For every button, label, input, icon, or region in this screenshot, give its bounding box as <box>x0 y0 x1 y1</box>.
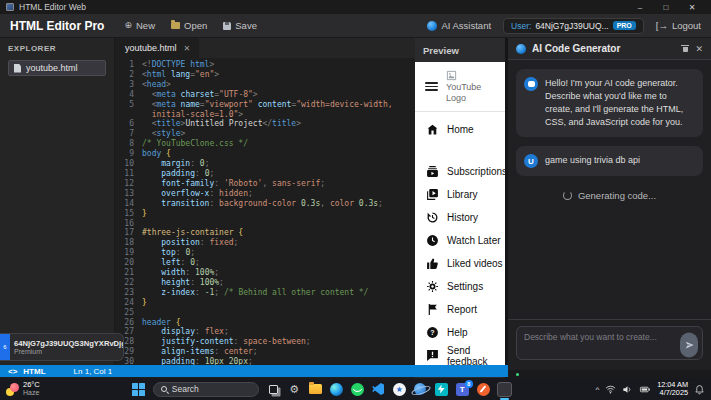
preview-item-subscriptions[interactable]: Subscriptions <box>415 160 505 183</box>
task-view-icon[interactable] <box>265 380 282 398</box>
preview-item-history[interactable]: History <box>415 206 505 229</box>
file-explorer-icon[interactable] <box>307 380 324 398</box>
logo-alt-text: YouTube Logo <box>446 82 490 104</box>
explorer-header: EXPLORER <box>8 44 106 53</box>
ai-assistant-button[interactable]: AI Assistant <box>427 20 491 31</box>
code-line[interactable]: 18 position: fixed; <box>116 238 415 248</box>
ai-panel-close-icon[interactable]: ✕ <box>695 44 703 54</box>
user-avatar: U <box>524 154 538 168</box>
window-title: HTML Editor Web <box>19 2 86 12</box>
logout-icon: [→ <box>656 20 668 31</box>
preview-item-library[interactable]: Library <box>415 183 505 206</box>
code-line[interactable]: 6 <title>Untitled Project</title> <box>116 119 415 129</box>
vscode-icon[interactable] <box>370 380 387 398</box>
code-line[interactable]: 15} <box>116 209 415 219</box>
line-number: 21 <box>116 268 142 278</box>
code-line[interactable]: 28 justify-content: space-between; <box>116 337 415 347</box>
open-button[interactable]: Open <box>171 20 207 31</box>
code-line[interactable]: 17#three-js-container { <box>116 228 415 238</box>
code-line[interactable]: 8/* YouTubeClone.css */ <box>116 139 415 149</box>
code-line[interactable]: 12 font-family: 'Roboto', sans-serif; <box>116 179 415 189</box>
weather-widget[interactable]: 26°C Haze <box>6 381 40 397</box>
language-label[interactable]: HTML <box>23 367 45 376</box>
code-line[interactable]: 23 z-index: -1; /* Behind all other cont… <box>116 288 415 298</box>
code-line[interactable]: 21 width: 100%; <box>116 268 415 278</box>
code-line[interactable]: 10 margin: 0; <box>116 159 415 169</box>
save-button[interactable]: Save <box>223 20 257 31</box>
star-app-icon[interactable]: ★ <box>391 380 408 398</box>
tab-youtube-html[interactable]: youtube.html ✕ <box>116 38 199 58</box>
cursor-position[interactable]: Ln 1, Col 1 <box>74 367 113 376</box>
code-line[interactable]: 16 <box>116 219 415 229</box>
code-line[interactable]: 3<head> <box>116 80 415 90</box>
new-button[interactable]: ⊕ New <box>124 20 155 31</box>
preview-item-send-feedback[interactable]: Send feedback <box>415 344 505 365</box>
send-button[interactable] <box>680 333 698 358</box>
user-id: 64NjG7gJ39UUQ... <box>535 21 608 31</box>
close-icon[interactable]: ✕ <box>679 3 705 12</box>
teams-icon[interactable]: T8 <box>454 380 471 398</box>
code-line[interactable]: 2<html lang="en"> <box>116 70 415 80</box>
code-line[interactable]: 26header { <box>116 318 415 328</box>
spinner-icon <box>563 191 572 200</box>
planet-app-icon[interactable] <box>412 380 429 398</box>
code-line[interactable]: 24} <box>116 298 415 308</box>
preview-item-liked-videos[interactable]: Liked videos <box>415 252 505 275</box>
notifications-bell-icon[interactable] <box>694 384 705 395</box>
preview-item-report[interactable]: Report <box>415 298 505 321</box>
code-line[interactable]: 25 <box>116 308 415 318</box>
line-number: 20 <box>116 258 142 268</box>
ai-prompt-input[interactable] <box>516 326 703 360</box>
code-line[interactable]: 20 left: 0; <box>116 258 415 268</box>
maximize-icon[interactable]: □ <box>653 3 679 12</box>
broken-image-icon <box>446 70 457 81</box>
code-line[interactable]: 27 display: flex; <box>116 327 415 337</box>
preview-item-settings[interactable]: Settings <box>415 275 505 298</box>
lightning-app-icon[interactable] <box>433 380 450 398</box>
line-number: 7 <box>116 129 142 139</box>
line-number: 4 <box>116 90 142 100</box>
code-line[interactable]: 22 height: 100%; <box>116 278 415 288</box>
code-line[interactable]: 7 <style> <box>116 129 415 139</box>
code-line[interactable]: 29 align-items: center; <box>116 347 415 357</box>
hamburger-menu-icon[interactable] <box>425 82 438 91</box>
code-line[interactable]: 30 padding: 10px 20px; <box>116 357 415 365</box>
code-line[interactable]: 9body { <box>116 149 415 159</box>
code-line[interactable]: 11 padding: 0; <box>116 169 415 179</box>
preview-item-home[interactable]: Home <box>415 118 505 141</box>
user-badge[interactable]: 6 64NjG7gJ39UUQS3NgYXRvDjg Premium <box>0 333 124 361</box>
code-line[interactable]: 5 <meta name="viewport" content="width=d… <box>116 100 415 110</box>
code-line[interactable]: 1<!DOCTYPE html> <box>116 60 415 70</box>
preview-item-watch-later[interactable]: Watch Later <box>415 229 505 252</box>
volume-icon[interactable] <box>622 384 633 395</box>
code-line[interactable]: 19 top: 0; <box>116 248 415 258</box>
minimize-icon[interactable]: – <box>627 3 653 12</box>
code-line[interactable]: 13 overflow-x: hidden; <box>116 189 415 199</box>
taskbar-search[interactable]: Search <box>153 382 259 397</box>
tray-chevron-up-icon[interactable]: ^ <box>595 385 599 394</box>
code-line[interactable]: 14 transition: background-color 0.3s, co… <box>116 199 415 209</box>
tab-close-icon[interactable]: ✕ <box>184 44 191 53</box>
send-feedback-icon <box>426 349 439 362</box>
line-number: 18 <box>116 238 142 248</box>
code-line[interactable]: 4 <meta charset="UTF-8"> <box>116 90 415 100</box>
wifi-icon[interactable] <box>605 384 616 395</box>
explorer-file-youtube-html[interactable]: youtube.html <box>8 60 106 76</box>
code-line[interactable]: initial-scale=1.0"> <box>116 110 415 120</box>
clear-chat-icon[interactable] <box>681 45 689 53</box>
user-chip[interactable]: User: 64NjG7gJ39UUQ... PRO <box>503 18 644 34</box>
edge-browser-icon[interactable] <box>328 380 345 398</box>
logout-button[interactable]: [→ Logout <box>656 20 701 31</box>
preview-item-help[interactable]: ?Help <box>415 321 505 344</box>
taskbar-clock[interactable]: 12:04 AM 4/7/2025 <box>657 381 688 397</box>
start-button[interactable] <box>132 383 145 396</box>
orange-app-icon[interactable] <box>475 380 492 398</box>
line-number: 8 <box>116 139 142 149</box>
battery-icon[interactable] <box>639 384 651 395</box>
settings-gear-icon[interactable]: ⚙ <box>286 380 303 398</box>
whatsapp-icon[interactable] <box>349 380 366 398</box>
tab-label: youtube.html <box>125 43 177 53</box>
new-icon: ⊕ <box>124 21 132 30</box>
html-editor-app-icon[interactable] <box>496 380 513 398</box>
code-area[interactable]: 1<!DOCTYPE html>2<html lang="en">3<head>… <box>116 58 415 365</box>
